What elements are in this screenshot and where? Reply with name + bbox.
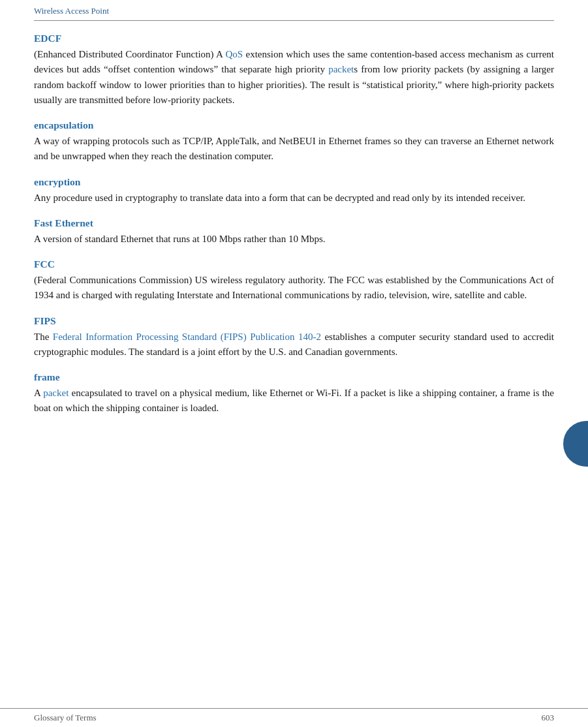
term-section-frame: frame A packet encapsulated to travel on…	[34, 371, 554, 416]
term-section-encapsulation: encapsulation A way of wrapping protocol…	[34, 119, 554, 164]
main-content: EDCF (Enhanced Distributed Coordinator F…	[34, 33, 554, 461]
footer-label: Glossary of Terms	[34, 713, 97, 723]
link-packet-edcf[interactable]: packet	[328, 64, 354, 74]
term-body-fcc: (Federal Communications Commission) US w…	[34, 273, 554, 303]
term-body-fips: The Federal Information Processing Stand…	[34, 330, 554, 360]
term-body-fast-ethernet: A version of standard Ethernet that runs…	[34, 232, 554, 247]
term-body-encryption: Any procedure used in cryptography to tr…	[34, 191, 554, 206]
term-heading-edcf: EDCF	[34, 33, 554, 44]
term-heading-fcc: FCC	[34, 258, 554, 270]
link-packet-frame[interactable]: packet	[43, 388, 69, 398]
term-body-edcf: (Enhanced Distributed Coordinator Functi…	[34, 47, 554, 108]
header-title: Wireless Access Point	[34, 6, 109, 16]
page-container: Wireless Access Point EDCF (Enhanced Dis…	[0, 0, 588, 727]
term-heading-fast-ethernet: Fast Ethernet	[34, 217, 554, 229]
term-heading-encryption: encryption	[34, 176, 554, 188]
page-footer: Glossary of Terms 603	[0, 708, 588, 727]
term-heading-encapsulation: encapsulation	[34, 119, 554, 131]
link-fips-publication[interactable]: Federal Information Processing Standard …	[53, 332, 321, 342]
link-qos[interactable]: QoS	[225, 49, 243, 59]
term-body-frame: A packet encapsulated to travel on a phy…	[34, 386, 554, 416]
term-heading-fips: FIPS	[34, 315, 554, 327]
term-heading-frame: frame	[34, 371, 554, 383]
term-section-fcc: FCC (Federal Communications Commission) …	[34, 258, 554, 303]
term-section-fips: FIPS The Federal Information Processing …	[34, 315, 554, 360]
term-section-edcf: EDCF (Enhanced Distributed Coordinator F…	[34, 33, 554, 108]
tab-indicator	[563, 421, 588, 467]
page-header: Wireless Access Point	[34, 0, 554, 21]
term-body-encapsulation: A way of wrapping protocols such as TCP/…	[34, 134, 554, 164]
term-section-fast-ethernet: Fast Ethernet A version of standard Ethe…	[34, 217, 554, 247]
footer-page-number: 603	[542, 713, 555, 723]
term-section-encryption: encryption Any procedure used in cryptog…	[34, 176, 554, 206]
